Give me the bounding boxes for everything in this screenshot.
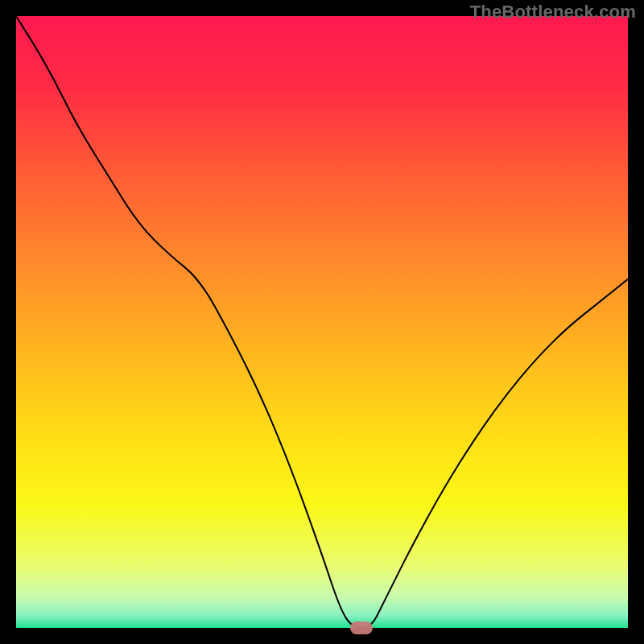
chart-frame: TheBottleneck.com [0,0,644,644]
bottleneck-marker [350,621,373,634]
watermark-label: TheBottleneck.com [470,2,636,23]
chart-plot [16,16,628,628]
chart-background [16,16,628,628]
